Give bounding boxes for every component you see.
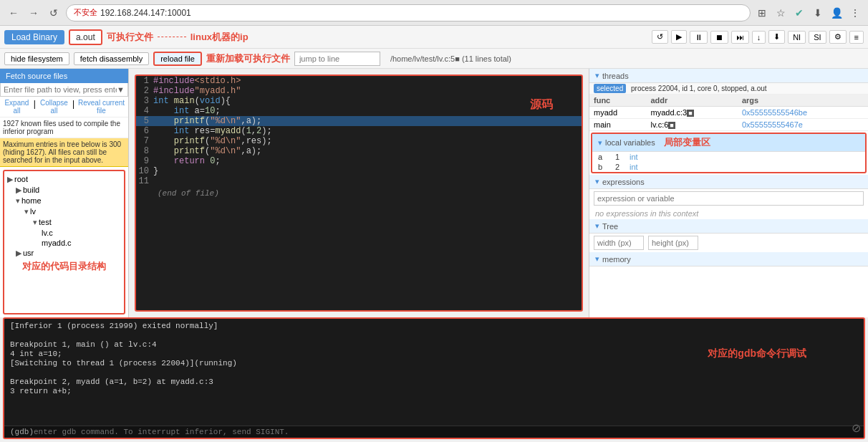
tree-item-home[interactable]: ▾home xyxy=(7,196,121,206)
gdb-command-input[interactable] xyxy=(34,428,858,436)
tree-item-build[interactable]: ▶build xyxy=(7,185,121,196)
stop-button[interactable]: ⏹ xyxy=(710,31,728,44)
var-num-a: 1 xyxy=(615,153,627,161)
forward-button[interactable]: → xyxy=(26,5,42,21)
tree-item-usr[interactable]: ▶usr xyxy=(7,248,121,259)
no-expressions-text: no expressions in this context xyxy=(589,208,868,219)
url-text: 192.168.244.147:10001 xyxy=(100,8,191,18)
hide-filesystem-button[interactable]: hide filesystem xyxy=(4,52,69,65)
settings-button[interactable]: ⚙ xyxy=(829,30,847,44)
line-num-5: 5 xyxy=(136,116,153,126)
tree-section-header-label: Tree xyxy=(602,222,618,231)
line-num-4: 4 xyxy=(136,106,153,116)
tree-item-root[interactable]: ▶root xyxy=(7,174,121,185)
line-content-4: int a=10; xyxy=(153,106,221,116)
expression-input[interactable] xyxy=(594,191,864,206)
thread-func-main: main xyxy=(589,119,646,131)
var-name-b: b xyxy=(598,163,612,171)
col-addr: addr xyxy=(646,95,737,107)
translate-icon[interactable]: ⊞ xyxy=(755,6,769,20)
a-out-button[interactable]: a.out xyxy=(69,29,102,45)
col-args: args xyxy=(738,95,868,107)
divider: | xyxy=(34,99,36,115)
line-num-1: 1 xyxy=(136,76,153,86)
fetch-source-button[interactable]: Fetch source files xyxy=(0,69,128,83)
expand-all-button[interactable]: Expand all xyxy=(3,99,31,115)
refresh-ctrl-button[interactable]: ↺ xyxy=(652,30,668,44)
code-line-8: 8 printf("%d\n",a); xyxy=(136,146,582,156)
width-input[interactable] xyxy=(594,236,644,250)
height-input[interactable] xyxy=(648,236,698,250)
tree-item-lvc[interactable]: lv.c xyxy=(7,228,121,238)
shield-icon[interactable]: ✔ xyxy=(792,6,806,20)
play-button[interactable]: ▶ xyxy=(671,30,687,44)
insecure-label: 不安全 xyxy=(74,7,97,18)
line-content-3: int main(void){ xyxy=(153,96,231,106)
line-content-5: printf("%d\n",a); xyxy=(153,116,261,126)
annotation-reload: 重新加载可执行文件 xyxy=(206,52,290,65)
var-name-a: a xyxy=(598,153,612,161)
profile-icon[interactable]: 👤 xyxy=(829,6,844,20)
pause-button[interactable]: ⏸ xyxy=(690,31,708,44)
menu-button[interactable]: ≡ xyxy=(849,31,864,44)
reveal-current-button[interactable]: Reveal current file xyxy=(77,99,125,115)
code-line-3: 3 int main(void){ xyxy=(136,96,582,106)
threads-table: func addr args myadd myadd.c:3■ 0x555555… xyxy=(589,95,868,131)
tree-arrow-root: ▶ xyxy=(7,175,13,183)
ni-button[interactable]: NI xyxy=(788,31,806,44)
code-line-9: 9 return 0; xyxy=(136,156,582,166)
tree-item-test[interactable]: ▾test xyxy=(7,217,121,228)
load-binary-button[interactable]: Load Binary xyxy=(4,30,64,44)
thread-link-main[interactable]: 0x55555555467e xyxy=(738,119,868,131)
download-icon[interactable]: ⬇ xyxy=(811,6,825,20)
local-vars-header-label: local variables xyxy=(605,138,655,147)
jump-end-button[interactable]: ⏭ xyxy=(731,31,749,44)
tree-item-myaddc[interactable]: myadd.c xyxy=(7,238,121,248)
bottom-panel: [Inferior 1 (process 21999) exited norma… xyxy=(3,317,865,439)
line-num-9: 9 xyxy=(136,156,153,166)
collapse-all-button[interactable]: Collapse all xyxy=(39,99,69,115)
local-vars-header[interactable]: ▾ local variables 局部变量区 xyxy=(592,134,865,152)
file-path-label: /home/lv/test/lv.c:5■ (11 lines total) xyxy=(390,54,511,63)
line-content-10: } xyxy=(153,166,158,176)
var-row-b: b 2 int xyxy=(592,162,865,172)
tree-item-lv[interactable]: ▾lv xyxy=(7,206,121,217)
step-down-button[interactable]: ⬇ xyxy=(768,30,785,44)
local-annotation: 局部变量区 xyxy=(658,136,716,149)
tree-section-arrow-icon: ▾ xyxy=(595,221,599,231)
expand-buttons: Expand all | Collapse all | Reveal curre… xyxy=(0,97,128,117)
tree-dimensions xyxy=(589,234,868,252)
step-over-button[interactable]: ↓ xyxy=(752,31,766,44)
bookmark-icon[interactable]: ☆ xyxy=(773,6,788,20)
reload-file-button[interactable]: reload file xyxy=(153,52,202,66)
annotation-ip: linux机器的ip xyxy=(191,31,249,44)
line-num-3: 3 xyxy=(136,96,153,106)
back-button[interactable]: ← xyxy=(6,5,21,21)
tree-section-header[interactable]: ▾ Tree xyxy=(589,219,868,234)
code-content[interactable]: 1 #include<stdio.h> 2 #include"myadd.h" … xyxy=(136,76,582,310)
thread-func-myadd: myadd xyxy=(589,107,646,119)
refresh-button[interactable]: ↺ xyxy=(46,5,62,21)
file-path-input[interactable] xyxy=(4,85,117,94)
browser-icons: ⊞ ☆ ✔ ⬇ 👤 ⋮ xyxy=(755,6,862,20)
line-content-2: #include"myadd.h" xyxy=(153,86,241,96)
right-scroll[interactable]: ▾ threads selected process 22004, id 1, … xyxy=(589,69,868,317)
more-icon[interactable]: ⋮ xyxy=(848,6,862,20)
si-button[interactable]: SI xyxy=(809,31,826,44)
jump-to-line-input[interactable] xyxy=(294,52,380,66)
col-func: func xyxy=(589,95,646,107)
code-line-1: 1 #include<stdio.h> xyxy=(136,76,582,86)
threads-section-header[interactable]: ▾ threads xyxy=(589,69,868,83)
line-num-7: 7 xyxy=(136,136,153,146)
thread-link-myadd[interactable]: 0x55555555546be xyxy=(738,107,868,119)
memory-header-label: memory xyxy=(602,255,631,264)
url-bar[interactable]: 不安全 192.168.244.147:10001 xyxy=(66,4,751,21)
selected-badge: selected xyxy=(594,84,626,93)
expressions-section-header[interactable]: ▾ expressions xyxy=(589,175,868,189)
process-info: selected process 22004, id 1, core 0, st… xyxy=(589,83,868,95)
memory-section-header[interactable]: ▾ memory xyxy=(589,252,868,266)
thread-addr-main: lv.c:6■ xyxy=(646,119,737,131)
fetch-disassembly-button[interactable]: fetch disassembly xyxy=(74,52,149,65)
main-container: Fetch source files ▼ Expand all | Collap… xyxy=(0,69,868,442)
gdb-line-2 xyxy=(10,331,858,340)
